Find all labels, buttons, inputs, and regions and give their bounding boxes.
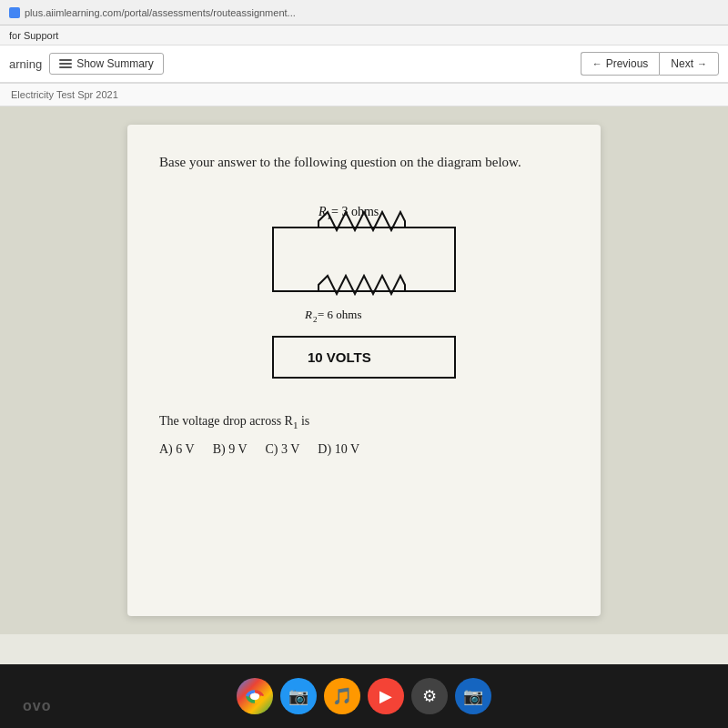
support-bar: for Support <box>0 25 728 46</box>
nav-toolbar: arning Show Summary ← Previous Next → <box>0 46 728 84</box>
screen: plus.aiimlearning.com/portal/assessments… <box>0 0 728 664</box>
next-button[interactable]: Next → <box>659 52 719 76</box>
next-label: Next <box>671 57 693 70</box>
question-card: Base your answer to the following questi… <box>127 125 601 616</box>
choice-b[interactable]: B) 9 V <box>213 442 248 457</box>
nav-left: arning Show Summary <box>9 53 571 75</box>
content-area: Base your answer to the following questi… <box>0 106 728 634</box>
svg-text:R: R <box>304 308 312 321</box>
choice-a[interactable]: A) 6 V <box>159 442 195 457</box>
answer-choices: A) 6 V B) 9 V C) 3 V D) 10 V <box>159 442 569 457</box>
camera-icon[interactable]: 📷 <box>280 678 317 714</box>
choice-d[interactable]: D) 10 V <box>318 442 359 457</box>
browser-url: plus.aiimlearning.com/portal/assessments… <box>9 7 296 18</box>
arrow-left-icon: ← <box>592 58 602 69</box>
taskbar: 📷 🎵 ▶ ⚙ 📷 <box>0 664 728 728</box>
lenovo-label: ovo <box>23 698 51 714</box>
svg-text:= 3 ohms: = 3 ohms <box>331 205 379 218</box>
files-icon[interactable]: 🎵 <box>324 678 360 714</box>
blue2-icon[interactable]: 📷 <box>455 678 491 714</box>
svg-text:2: 2 <box>313 315 318 324</box>
previous-button[interactable]: ← Previous <box>581 52 660 76</box>
circuit-diagram: R 1 = 3 ohms R 2 <box>246 196 482 396</box>
circuit-container: R 1 = 3 ohms R 2 <box>159 196 569 396</box>
previous-label: Previous <box>606 57 649 70</box>
breadcrumb-text: Electricity Test Spr 2021 <box>11 89 118 100</box>
red-icon[interactable]: ▶ <box>368 678 404 714</box>
arrow-right-icon: → <box>697 58 707 69</box>
laptop-outer: plus.aiimlearning.com/portal/assessments… <box>0 0 728 728</box>
choice-c[interactable]: C) 3 V <box>266 442 300 457</box>
learning-label: arning <box>9 57 42 71</box>
svg-text:= 6 ohms: = 6 ohms <box>318 308 362 321</box>
question-intro: Base your answer to the following questi… <box>159 152 569 173</box>
breadcrumb: Electricity Test Spr 2021 <box>0 84 728 106</box>
browser-bar: plus.aiimlearning.com/portal/assessments… <box>0 0 728 25</box>
support-text: for Support <box>9 30 58 41</box>
url-text: plus.aiimlearning.com/portal/assessments… <box>25 7 296 18</box>
favicon-icon <box>9 7 20 18</box>
svg-point-11 <box>252 693 258 700</box>
nav-center: ← Previous Next → <box>581 52 719 76</box>
show-summary-label: Show Summary <box>76 57 154 70</box>
voltage-drop-text: The voltage drop across R1 is <box>159 414 569 430</box>
svg-rect-3 <box>273 228 455 291</box>
show-summary-button[interactable]: Show Summary <box>49 53 164 75</box>
svg-text:10  VOLTS: 10 VOLTS <box>308 349 371 365</box>
chrome-icon[interactable] <box>237 678 273 714</box>
menu-icon <box>59 59 72 68</box>
dark-icon[interactable]: ⚙ <box>411 678 448 714</box>
